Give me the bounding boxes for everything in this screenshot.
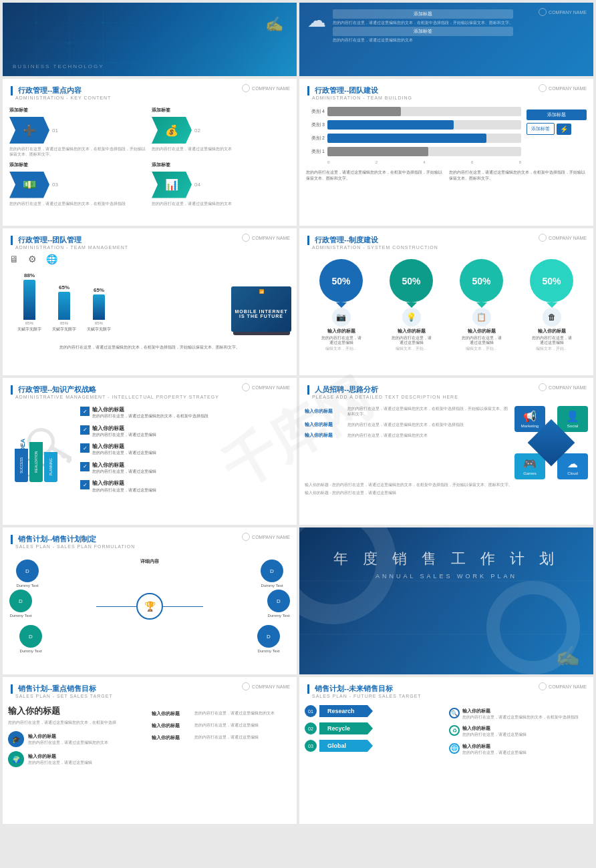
recruit-desc-1: 您的内容打在这里，请通过这里编辑您的文本，在框架中选择指段，开始输以保留文本、图… xyxy=(347,406,510,417)
title-bar-2 xyxy=(307,86,309,95)
banner-desc-text2: 您的内容打在这里，请通过这里编辑您的文本 xyxy=(333,37,513,43)
ribbon-right-title-2: 输入你的标题 xyxy=(462,725,588,732)
bubble-row: 50% 50% 50% 50% xyxy=(299,254,593,308)
company-badge-6: COMPANY NAME xyxy=(539,383,587,391)
add-label-row: 添加标签 ⚡ xyxy=(527,123,587,135)
check-icon-4: ✓ xyxy=(80,462,90,471)
arrow-label-3: 添加标签 xyxy=(9,162,28,168)
ribbon-right-item-2: ♻ 输入你的标题 您的内容打在这里，请通过这里编辑 xyxy=(449,725,588,737)
company-circle xyxy=(539,8,547,16)
ribbon-right-title-1: 输入你的标题 xyxy=(462,708,588,714)
arrow-shape-row-2: 💰 02 xyxy=(152,117,200,144)
ribbon-num-3: 03 xyxy=(305,740,317,752)
slide-recruitment: 人员招聘--思路分析 PLEASE ADD A DETAILED TEXT DE… xyxy=(299,378,593,525)
key-visual: SUCCESS REALIZATION PLANNING IDEA xyxy=(11,422,71,482)
slide-admin-key-content: 行政管理--重点内容 ADMINISTRATION - KEY CONTENT … xyxy=(3,79,297,226)
icons-row: 🖥 ⚙ 🌐 xyxy=(3,254,297,267)
target-layout: 输入你的标题 您的内容打在这里，请通过这里编辑您的文本，在框架中选择 🎓 输入你… xyxy=(3,702,297,771)
sat-label-2: Dummy Text xyxy=(261,584,283,588)
bi-label-1: 输入你的标题 xyxy=(327,328,355,335)
camera-icon: 📷 xyxy=(332,308,351,327)
company-badge-3: COMPANY NAME xyxy=(242,234,290,242)
main-title-9: 输入你的标题 xyxy=(8,705,148,717)
slide-header-9: 销售计划--重点销售目标 SALES PLAN - SET SALES TARG… xyxy=(3,677,297,702)
slide-title-cn-2: 行政管理--团队建设 xyxy=(307,85,412,95)
ribbon-row-3: 03 Global xyxy=(305,740,444,752)
slide-title-en-7: SALES PLAN - SALES PLAN FORMULATION xyxy=(15,544,135,549)
arrow-label-2: 添加标签 xyxy=(152,107,170,114)
sat-circle-4: D xyxy=(267,590,290,612)
add-label-btn[interactable]: 添加标签 xyxy=(333,27,513,36)
checkbox-2: ✓ 输入你的标题 您的内容打在这里，请通过这里编辑 xyxy=(80,425,291,438)
title-bar-5 xyxy=(11,385,13,395)
company-badge-4: COMPANY NAME xyxy=(539,234,587,242)
bar-pct-3: 65% xyxy=(94,287,104,293)
bar-fill-2 xyxy=(327,134,486,143)
recruit-title-3: 输入你的标题 xyxy=(305,432,345,439)
arrow-shape-row-4: 📊 04 xyxy=(152,172,200,198)
title-bar-10 xyxy=(307,684,309,694)
recruit-desc-2: 您的内容打在这里，请通过这里编辑您的文本，在框架中选择指段 xyxy=(347,422,464,427)
bar-chart-right: 添加标题 添加标签 ⚡ xyxy=(527,107,587,164)
right-item-3: 输入你的标题 您的内容打在这里，请通过这里编辑 xyxy=(152,734,291,741)
arrow-desc-1: 您的内容打在这里，请通过这里编辑您的文本，在框架中选择指段，开始输以保留文本、图… xyxy=(9,147,148,158)
trophy-icon: 🏆 xyxy=(144,601,156,612)
title-block-9: 销售计划--重点销售目标 SALES PLAN - SET SALES TARG… xyxy=(11,684,113,698)
slide-title-cn-4: 行政管理--制度建设 xyxy=(307,235,438,245)
bi-desc-4: 您的内容打在这里，请通过这里编辑 xyxy=(530,336,573,345)
add-title-btn-2[interactable]: 添加标题 xyxy=(527,110,587,120)
bar-label-3: 类别 3 xyxy=(306,122,325,128)
bar-row-2: 类别 2 xyxy=(306,134,521,143)
recruit-area: 输入你的标题 您的内容打在这里，请通过这里编辑您的文本，在框架中选择指段，开始输… xyxy=(299,403,593,482)
recruit-right-text-1: 输入你的标题 - 您的内容打在这里，请通过这里编辑您的文本，在框架中选择指段，开… xyxy=(305,482,588,487)
filter-icon[interactable]: ⚡ xyxy=(557,124,571,135)
arrow-desc-2: 您的内容打在这里，请通过这里编辑您的文本 xyxy=(152,147,232,152)
bar-axis: 0 2 4 6 8 xyxy=(327,160,521,164)
title-block-10: 销售计划--未来销售目标 SALES PLAN - FUTURE SALES T… xyxy=(307,684,422,698)
add-label-outline[interactable]: 添加标签 xyxy=(527,123,555,135)
bubble-2: 50% xyxy=(390,259,433,302)
banner-sub-text: BUSINESS TECHNOLOGY xyxy=(13,63,104,69)
ribbon-right-text-2: 输入你的标题 您的内容打在这里，请通过这里编辑 xyxy=(462,725,588,737)
recruit-item-2: 输入你的标题 您的内容打在这里，请通过这里编辑您的文本，在框架中选择指段 xyxy=(305,421,510,428)
slide-title-cn-6: 人员招聘--思路分析 xyxy=(307,385,458,395)
bar-group-2: 65% 65% 天赋字无限字 xyxy=(52,284,76,333)
arrow-icon-4: 📊 xyxy=(165,178,178,191)
arrow-shape-2: 💰 xyxy=(152,117,192,144)
recycle-icon-sm: ♻ xyxy=(449,725,460,736)
icon-card-social: 👤 Social xyxy=(557,406,588,432)
target-icon-1: 🎓 xyxy=(8,731,24,747)
right-desc-1: 您的内容打在这里，请通过这里编辑您的文本 xyxy=(194,710,275,716)
bi-subdesc-3: 编辑文本，开始... xyxy=(466,347,497,351)
slide-admin-team-mgmt: 行政管理--团队管理 ADMINISTRATION - TEAM MANAGEM… xyxy=(3,228,297,375)
sat-node-4: D Dummy Text xyxy=(267,590,290,618)
checkbox-5: ✓ 输入你的标题 您的内容打在这里，请通过这里编辑 xyxy=(80,479,291,493)
check-icon-3: ✓ xyxy=(80,443,90,453)
bar-fill-g3 xyxy=(93,294,105,320)
bar-group-3: 65% 65% 天赋字无限字 xyxy=(87,287,111,333)
arrow-shape-1: ➕ xyxy=(9,117,49,144)
recruit-item-3: 输入你的标题 您的内容打在这里，请通过这里编辑您的文本 xyxy=(305,432,510,439)
sat-label-4: Dummy Text xyxy=(267,614,289,618)
bubble-item-2: 50% xyxy=(390,259,433,302)
add-title-btn[interactable]: 添加标题 xyxy=(333,9,513,19)
slide-title-cn-9: 销售计划--重点销售目标 xyxy=(11,684,113,694)
company-badge-5: COMPANY NAME xyxy=(242,383,290,391)
company-circle-3 xyxy=(242,234,250,242)
arrow-icon-1: ➕ xyxy=(23,124,36,137)
ribbon-right-desc-1: 您的内容打在这里，请通过这里编辑您的文本，在框架中选择指段 xyxy=(462,714,588,720)
ribbon-right-title-3: 输入你的标题 xyxy=(462,743,588,750)
company-circle-4 xyxy=(539,234,547,242)
labels-area: 添加标题 您的内容打在这里，请通过这里编辑您的文本，在框架中选择指段，开始输以保… xyxy=(333,9,513,43)
bar-track-4 xyxy=(327,107,521,116)
bar-track-3 xyxy=(327,120,521,130)
sat-label-3: Dummy Text xyxy=(9,614,31,618)
sat-node-2: D Dummy Text xyxy=(261,560,283,588)
bubble-3: 50% xyxy=(460,259,503,302)
gear-icon: ⚙ xyxy=(28,254,37,264)
bar-fill-1 xyxy=(327,147,428,156)
icon-card-marketing: 📢 Marketing xyxy=(514,406,545,432)
company-badge-7: COMPANY NAME xyxy=(242,533,290,541)
slide-sales-target: 销售计划--重点销售目标 SALES PLAN - SET SALES TARG… xyxy=(3,677,297,824)
slide-title-en-6: PLEASE ADD A DETAILED TEXT DESCRIPTION H… xyxy=(312,395,458,399)
